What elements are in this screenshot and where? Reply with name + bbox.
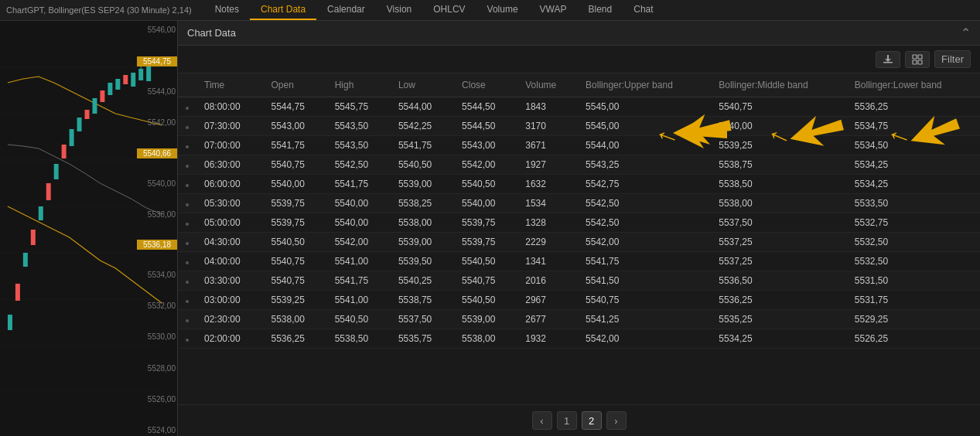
- row-indicator: [178, 97, 196, 117]
- col-upper-band: Bollinger:Upper band: [578, 73, 711, 97]
- col-indicator: [178, 73, 196, 97]
- cell-middle-band: 5534,25: [711, 329, 847, 349]
- cell-volume: 1843: [517, 97, 578, 117]
- table-wrapper[interactable]: Time Open High Low Close Volume Bollinge…: [178, 73, 980, 404]
- svg-rect-15: [115, 79, 120, 90]
- cell-lower-band: 5533,50: [847, 194, 980, 213]
- svg-rect-35: [913, 60, 917, 64]
- cell-low: 5542,25: [391, 117, 454, 136]
- svg-rect-13: [131, 73, 135, 87]
- cell-time: 02:30:00: [196, 310, 264, 329]
- table-row: 02:00:00 5536,25 5538,50 5535,75 5538,00…: [178, 329, 980, 349]
- svg-rect-21: [70, 129, 74, 146]
- cell-low: 5541,75: [391, 136, 454, 155]
- nav-tab-vwap[interactable]: VWAP: [529, 0, 578, 20]
- nav-tab-notes[interactable]: Notes: [204, 0, 250, 20]
- cell-close: 5543,00: [454, 136, 517, 155]
- cell-high: 5542,00: [327, 233, 391, 252]
- cell-high: 5538,50: [327, 329, 391, 349]
- cell-low: 5535,75: [391, 329, 454, 349]
- cell-low: 5539,50: [391, 252, 454, 271]
- table-row: 04:30:00 5540,50 5542,00 5539,00 5539,75…: [178, 233, 980, 252]
- cell-upper-band: 5545,00: [578, 117, 711, 136]
- row-indicator: [178, 271, 196, 291]
- cell-volume: 2016: [517, 271, 578, 291]
- svg-rect-36: [918, 60, 922, 64]
- grid-button[interactable]: [905, 51, 930, 68]
- col-low: Low: [391, 73, 454, 97]
- cell-close: 5539,00: [454, 310, 517, 329]
- col-middle-band: Bollinger:Middle band: [711, 73, 847, 97]
- cell-upper-band: 5542,00: [578, 233, 711, 252]
- cell-open: 5539,75: [264, 213, 327, 233]
- cell-open: 5540,00: [264, 175, 327, 194]
- svg-rect-30: [883, 62, 893, 63]
- export-button[interactable]: [876, 51, 900, 68]
- nav-tab-blend[interactable]: Blend: [578, 0, 623, 20]
- nav-tabs: NotesChart DataCalendarVisionOHLCVVolume…: [204, 0, 664, 20]
- filter-button[interactable]: Filter: [934, 50, 971, 68]
- cell-middle-band: 5537,25: [711, 252, 847, 271]
- table-row: 05:30:00 5539,75 5540,00 5538,25 5540,00…: [178, 194, 980, 213]
- cell-time: 03:30:00: [196, 271, 264, 291]
- nav-tab-volume[interactable]: Volume: [476, 0, 529, 20]
- svg-rect-27: [23, 253, 28, 267]
- cell-volume: 1932: [517, 329, 578, 349]
- prev-page-button[interactable]: ‹: [532, 411, 552, 430]
- cell-lower-band: 5534,50: [847, 136, 980, 155]
- cell-time: 06:30:00: [196, 155, 264, 175]
- cell-lower-band: 5534,25: [847, 155, 980, 175]
- nav-tab-chart-data[interactable]: Chart Data: [250, 0, 316, 20]
- svg-rect-23: [54, 164, 59, 179]
- cell-upper-band: 5541,50: [578, 271, 711, 291]
- page-1-button[interactable]: 1: [557, 411, 577, 430]
- cell-middle-band: 5540,00: [711, 117, 847, 136]
- panel-title: Chart Data: [187, 27, 236, 39]
- svg-rect-20: [77, 118, 82, 131]
- table-row: 02:30:00 5538,00 5540,50 5537,50 5539,00…: [178, 310, 980, 329]
- cell-high: 5541,00: [327, 291, 391, 310]
- table-row: 05:00:00 5539,75 5540,00 5538,00 5539,75…: [178, 213, 980, 233]
- nav-tab-calendar[interactable]: Calendar: [316, 0, 376, 20]
- cell-middle-band: 5537,25: [711, 233, 847, 252]
- row-indicator: [178, 233, 196, 252]
- data-table: Time Open High Low Close Volume Bollinge…: [178, 73, 980, 349]
- cell-open: 5540,75: [264, 155, 327, 175]
- next-page-button[interactable]: ›: [606, 411, 627, 430]
- row-indicator: [178, 117, 196, 136]
- cell-open: 5543,00: [264, 117, 327, 136]
- svg-rect-34: [918, 55, 922, 59]
- nav-tab-chat[interactable]: Chat: [623, 0, 664, 20]
- cell-lower-band: 5526,25: [847, 329, 980, 349]
- cell-open: 5540,75: [264, 252, 327, 271]
- cell-high: 5541,00: [327, 252, 391, 271]
- cell-close: 5544,50: [454, 117, 517, 136]
- cell-open: 5541,75: [264, 136, 327, 155]
- cell-open: 5540,50: [264, 233, 327, 252]
- table-row: 06:30:00 5540,75 5542,50 5540,50 5542,00…: [178, 155, 980, 175]
- cell-lower-band: 5531,50: [847, 271, 980, 291]
- cell-low: 5539,00: [391, 233, 454, 252]
- table-row: 04:00:00 5540,75 5541,00 5539,50 5540,50…: [178, 252, 980, 271]
- nav-tab-vision[interactable]: Vision: [376, 0, 422, 20]
- cell-high: 5545,75: [327, 97, 391, 117]
- cell-low: 5538,75: [391, 291, 454, 310]
- cell-middle-band: 5535,25: [711, 310, 847, 329]
- main-layout: 5546,00 5544,75 5544,00 5542,00 5540,66 …: [0, 21, 980, 436]
- cell-volume: 3671: [517, 136, 578, 155]
- cell-open: 5538,00: [264, 310, 327, 329]
- nav-tab-ohlcv[interactable]: OHLCV: [422, 0, 476, 20]
- cell-volume: 3170: [517, 117, 578, 136]
- cell-middle-band: 5536,25: [711, 291, 847, 310]
- cell-time: 04:00:00: [196, 252, 264, 271]
- cell-middle-band: 5539,25: [711, 136, 847, 155]
- cell-middle-band: 5538,00: [711, 194, 847, 213]
- panel-close-button[interactable]: ⌃: [961, 26, 971, 40]
- cell-upper-band: 5543,25: [578, 155, 711, 175]
- col-lower-band: Bollinger:Lower band: [847, 73, 980, 97]
- cell-open: 5539,25: [264, 291, 327, 310]
- col-high: High: [327, 73, 391, 97]
- cell-low: 5544,00: [391, 97, 454, 117]
- svg-rect-25: [39, 206, 43, 220]
- page-2-button[interactable]: 2: [582, 411, 602, 430]
